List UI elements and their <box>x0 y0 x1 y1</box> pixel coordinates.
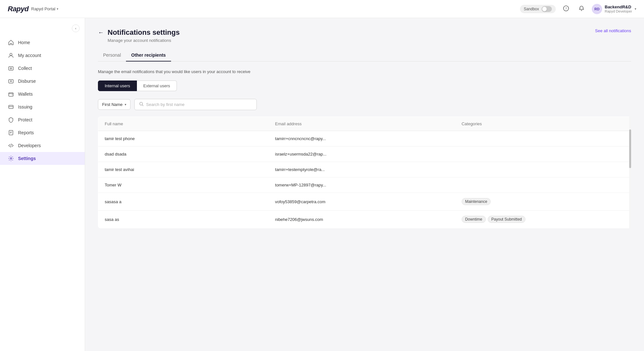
user-chevron-icon: ▾ <box>635 7 636 11</box>
sidebar-item-collect[interactable]: Collect <box>0 62 85 75</box>
sidebar-item-my-account[interactable]: My account <box>0 49 85 62</box>
sidebar-item-protect[interactable]: Protect <box>0 113 85 126</box>
table-container: Full name Email address Categories <box>98 117 631 228</box>
col-header-full-name: Full name <box>98 117 269 131</box>
sidebar-item-collect-label: Collect <box>18 66 32 71</box>
svg-point-7 <box>12 95 13 95</box>
sidebar-item-reports-label: Reports <box>18 130 34 135</box>
help-icon: ? <box>563 5 569 13</box>
avatar: RD <box>592 4 602 14</box>
cell-email: tamirr+cnncncncnc@rapy... <box>269 131 455 147</box>
cell-action <box>604 193 631 211</box>
user-icon <box>8 52 14 59</box>
filter-dropdown-label: First Name <box>102 102 123 107</box>
cell-categories <box>455 131 604 147</box>
filter-dropdown-chevron-icon: ▾ <box>125 103 126 106</box>
scrollbar-thumb[interactable] <box>629 129 631 168</box>
sidebar-collapse-button[interactable]: ‹ <box>72 24 80 32</box>
cell-action <box>604 131 631 147</box>
svg-text:?: ? <box>565 6 567 10</box>
cell-name: sasasa a <box>98 193 269 211</box>
cell-categories <box>455 177 604 193</box>
page-header: ← Notifications settings See all notific… <box>98 28 631 37</box>
sandbox-toggle[interactable]: Sandbox <box>520 5 556 13</box>
cell-categories: DowntimePayout Submitted <box>455 211 604 228</box>
developers-icon <box>8 142 14 149</box>
cell-name: tamir test phone <box>98 131 269 147</box>
section-description: Manage the email notifications that you … <box>98 69 631 74</box>
svg-rect-9 <box>9 130 13 135</box>
sidebar-collapse-area: ‹ <box>0 23 85 36</box>
col-header-action <box>604 117 631 131</box>
col-header-categories: Categories <box>455 117 604 131</box>
sidebar-item-issuing-label: Issuing <box>18 104 32 109</box>
cell-categories: Maintenance <box>455 193 604 211</box>
user-name: BackendR&D <box>605 5 632 9</box>
users-table: Full name Email address Categories <box>98 117 631 228</box>
reports-icon <box>8 129 14 136</box>
wallets-icon <box>8 91 14 97</box>
filter-bar: First Name ▾ <box>98 99 631 110</box>
disburse-icon <box>8 78 14 84</box>
protect-icon <box>8 117 14 123</box>
cell-name: Tomer W <box>98 177 269 193</box>
cell-name: sasa as <box>98 211 269 228</box>
sidebar-item-settings-label: Settings <box>18 156 36 161</box>
tab-other-recipients[interactable]: Other recipients <box>126 49 171 62</box>
cell-email: vofoy53859@carpetra.com <box>269 193 455 211</box>
tab-personal[interactable]: Personal <box>98 49 126 62</box>
cell-email: tomerw+MP-12897@rapy... <box>269 177 455 193</box>
sidebar-item-settings[interactable]: Settings <box>0 152 85 165</box>
logo-text: Rapyd <box>8 5 29 13</box>
issuing-icon <box>8 104 14 110</box>
col-header-email: Email address <box>269 117 455 131</box>
cell-action <box>604 211 631 228</box>
sidebar-item-issuing[interactable]: Issuing <box>0 100 85 113</box>
search-input[interactable] <box>146 102 252 107</box>
toggle-thumb <box>542 7 547 11</box>
table-row: tamir test avihaitamirr+testemptyrole@ra… <box>98 162 631 177</box>
sandbox-label: Sandbox <box>524 7 539 11</box>
page-title: Notifications settings <box>108 28 180 37</box>
cell-email: nibehe7206@jwsuns.com <box>269 211 455 228</box>
sidebar-item-developers-label: Developers <box>18 143 41 148</box>
tab-internal-users[interactable]: Internal users <box>98 81 137 91</box>
main-content: ← Notifications settings See all notific… <box>85 18 644 351</box>
sidebar-item-wallets-label: Wallets <box>18 91 33 97</box>
portal-selector[interactable]: Rapyd Portal ▾ <box>31 6 58 11</box>
sidebar-item-home-label: Home <box>18 40 30 45</box>
filter-dropdown[interactable]: First Name ▾ <box>98 99 130 110</box>
svg-rect-6 <box>9 93 13 96</box>
table-row: sasasa avofoy53859@carpetra.comMaintenan… <box>98 193 631 211</box>
user-block[interactable]: RD BackendR&D Rapyd Developer ▾ <box>592 4 636 14</box>
category-badge: Downtime <box>462 216 486 223</box>
settings-icon <box>8 155 14 162</box>
top-bar: Rapyd Rapyd Portal ▾ Sandbox ? <box>0 0 644 18</box>
sidebar-item-my-account-label: My account <box>18 53 41 58</box>
cell-name: tamir test avihai <box>98 162 269 177</box>
help-button[interactable]: ? <box>561 4 571 14</box>
notifications-button[interactable] <box>576 4 587 14</box>
sidebar-item-disburse[interactable]: Disburse <box>0 75 85 88</box>
tab-external-users[interactable]: External users <box>137 81 177 91</box>
search-box <box>134 99 257 110</box>
portal-chevron-icon: ▾ <box>57 7 58 11</box>
sandbox-toggle-track[interactable] <box>542 6 552 12</box>
sidebar-item-developers[interactable]: Developers <box>0 139 85 152</box>
sidebar-item-home[interactable]: Home <box>0 36 85 49</box>
scrollbar-track <box>629 117 631 228</box>
logo: Rapyd <box>8 5 29 13</box>
see-all-notifications-link[interactable]: See all notifications <box>595 28 631 33</box>
table-row: dsad dsadaisraelz+usermsda22@rap... <box>98 147 631 162</box>
search-icon <box>139 102 144 107</box>
back-button[interactable]: ← <box>98 29 104 36</box>
cell-categories <box>455 147 604 162</box>
top-bar-right: Sandbox ? <box>520 4 636 14</box>
sidebar-item-wallets[interactable]: Wallets <box>0 88 85 100</box>
svg-point-10 <box>10 158 12 159</box>
table-header: Full name Email address Categories <box>98 117 631 131</box>
sidebar: ‹ Home My account Collect <box>0 18 85 351</box>
main-area: ‹ Home My account Collect <box>0 18 644 351</box>
user-info: BackendR&D Rapyd Developer <box>605 5 632 13</box>
sidebar-item-reports[interactable]: Reports <box>0 126 85 139</box>
